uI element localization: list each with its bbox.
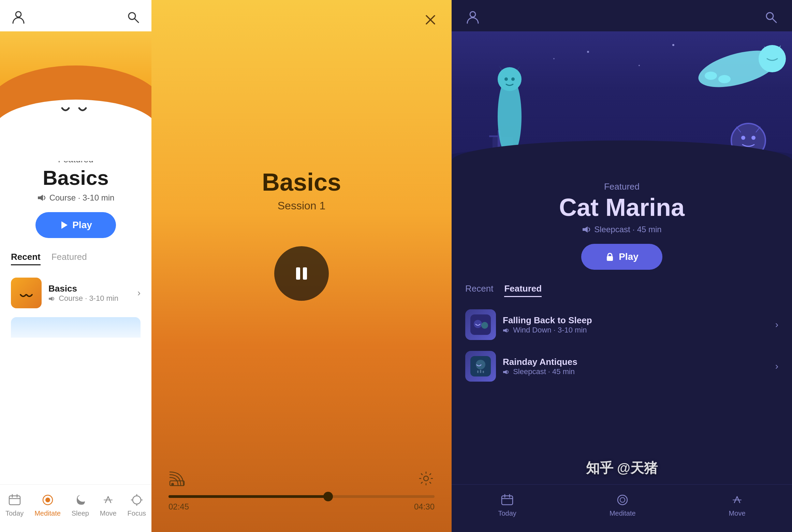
move-icon-dark bbox=[730, 492, 745, 507]
settings-icon bbox=[417, 470, 435, 487]
svg-point-46 bbox=[474, 320, 482, 328]
svg-rect-48 bbox=[503, 329, 505, 331]
nav-sleep-label: Sleep bbox=[72, 509, 89, 517]
nav-meditate[interactable]: Meditate bbox=[34, 492, 61, 517]
svg-rect-55 bbox=[502, 496, 513, 505]
panel3-main-content: Featured Cat Marina Sleepcast · 45 min P… bbox=[452, 181, 792, 387]
svg-rect-43 bbox=[583, 228, 585, 231]
sleep-icon bbox=[73, 492, 88, 507]
content-title: Basics bbox=[43, 166, 108, 190]
list-info-falling: Falling Back to Sleep Wind Down · 3-10 m… bbox=[503, 315, 768, 335]
meta-text-dark: Sleepcast · 45 min bbox=[594, 225, 661, 234]
more-items-hint bbox=[11, 317, 141, 338]
close-button[interactable] bbox=[423, 12, 438, 27]
cast-icon bbox=[168, 470, 186, 487]
profile-icon bbox=[465, 10, 480, 25]
svg-rect-52 bbox=[480, 370, 481, 373]
watermark: 知乎 @天猪 bbox=[586, 459, 658, 477]
play-icon bbox=[59, 221, 68, 230]
today-icon bbox=[7, 492, 22, 507]
meta-text: Course · 3-10 min bbox=[49, 193, 115, 203]
nav-move-label: Move bbox=[100, 509, 117, 517]
dark-nav-move[interactable]: Move bbox=[729, 492, 746, 517]
svg-rect-3 bbox=[38, 196, 40, 199]
panel3-hero bbox=[452, 31, 792, 181]
search-icon[interactable] bbox=[126, 10, 141, 25]
svg-point-29 bbox=[498, 67, 522, 91]
meditate-icon bbox=[40, 492, 55, 507]
volume-icon bbox=[37, 194, 47, 202]
svg-rect-53 bbox=[483, 371, 484, 373]
svg-point-42 bbox=[553, 58, 555, 59]
nav-today[interactable]: Today bbox=[5, 492, 24, 517]
featured-label-dark: Featured bbox=[604, 181, 640, 192]
content-meta: Course · 3-10 min bbox=[37, 193, 115, 203]
play-button-dark[interactable]: Play bbox=[581, 244, 662, 270]
panel1-hero bbox=[0, 31, 151, 161]
pause-button[interactable] bbox=[274, 246, 329, 301]
tab-recent[interactable]: Recent bbox=[11, 252, 41, 265]
tab-featured-dark[interactable]: Featured bbox=[504, 283, 542, 297]
settings-button[interactable] bbox=[417, 470, 435, 488]
pause-icon bbox=[291, 263, 312, 284]
nav-sleep[interactable]: Sleep bbox=[72, 492, 89, 517]
cast-button[interactable] bbox=[168, 470, 186, 488]
svg-point-31 bbox=[511, 77, 515, 81]
now-playing-title: Basics bbox=[262, 168, 341, 196]
search-icon bbox=[763, 10, 778, 25]
controls-row bbox=[168, 470, 435, 488]
volume-small-dark2-icon bbox=[503, 369, 510, 375]
person-icon[interactable] bbox=[11, 10, 26, 25]
panel2-header bbox=[151, 0, 452, 40]
focus-icon bbox=[129, 492, 144, 507]
panel1-header bbox=[0, 0, 151, 31]
search-icon-dark[interactable] bbox=[763, 10, 778, 25]
svg-point-20 bbox=[470, 12, 475, 17]
list-item-rainday[interactable]: Rainday Antiques Sleepcast · 45 min › bbox=[465, 345, 778, 387]
svg-point-40 bbox=[639, 65, 640, 66]
dark-nav-today[interactable]: Today bbox=[498, 492, 516, 517]
now-playing-subtitle: Session 1 bbox=[278, 200, 326, 212]
panel-now-playing: Basics Session 1 bbox=[151, 0, 452, 532]
content-meta-dark: Sleepcast · 45 min bbox=[582, 225, 661, 234]
tab-recent-dark[interactable]: Recent bbox=[465, 283, 493, 297]
content-tabs: Recent Featured bbox=[11, 252, 141, 265]
list-item[interactable]: Basics Course · 3-10 min › bbox=[11, 272, 141, 314]
list-thumb bbox=[11, 278, 42, 308]
list-item-title-rainday: Rainday Antiques bbox=[503, 357, 768, 367]
nav-meditate-label: Meditate bbox=[34, 509, 61, 517]
nav-focus-label: Focus bbox=[128, 509, 146, 517]
nav-move[interactable]: Move bbox=[100, 492, 117, 517]
rainday-thumb bbox=[470, 356, 491, 376]
tab-featured[interactable]: Featured bbox=[52, 252, 87, 265]
svg-point-38 bbox=[751, 136, 756, 140]
svg-rect-51 bbox=[477, 370, 479, 373]
list-item-meta: Course · 3-10 min bbox=[48, 294, 131, 303]
svg-point-12 bbox=[133, 496, 141, 504]
dark-nav-meditate[interactable]: Meditate bbox=[610, 492, 636, 517]
nav-today-label: Today bbox=[5, 509, 24, 517]
svg-rect-6 bbox=[9, 496, 20, 505]
panel-meditate-light: Featured Basics Course · 3-10 min Play R… bbox=[0, 0, 151, 532]
svg-point-30 bbox=[504, 77, 508, 81]
list-item-title-falling: Falling Back to Sleep bbox=[503, 315, 768, 326]
content-title-dark: Cat Marina bbox=[559, 193, 685, 221]
svg-line-2 bbox=[135, 19, 138, 23]
nav-focus[interactable]: Focus bbox=[128, 492, 146, 517]
close-icon bbox=[423, 12, 438, 27]
svg-rect-15 bbox=[296, 267, 300, 280]
play-button[interactable]: Play bbox=[35, 212, 116, 238]
svg-point-34 bbox=[705, 72, 717, 80]
volume-icon-dark bbox=[582, 226, 591, 233]
dark-nav-meditate-label: Meditate bbox=[610, 509, 636, 517]
panel-sleep-dark: Featured Cat Marina Sleepcast · 45 min P… bbox=[452, 0, 792, 532]
svg-line-22 bbox=[773, 19, 776, 23]
progress-bar[interactable] bbox=[168, 495, 435, 498]
progress-fill bbox=[168, 495, 328, 498]
time-elapsed: 02:45 bbox=[168, 502, 189, 512]
dark-bottom-nav: Today Meditate Move bbox=[452, 484, 792, 532]
list-item-falling[interactable]: Falling Back to Sleep Wind Down · 3-10 m… bbox=[465, 304, 778, 345]
person-icon-dark[interactable] bbox=[465, 10, 480, 25]
svg-point-59 bbox=[618, 495, 627, 505]
list-info-rainday: Rainday Antiques Sleepcast · 45 min bbox=[503, 357, 768, 376]
